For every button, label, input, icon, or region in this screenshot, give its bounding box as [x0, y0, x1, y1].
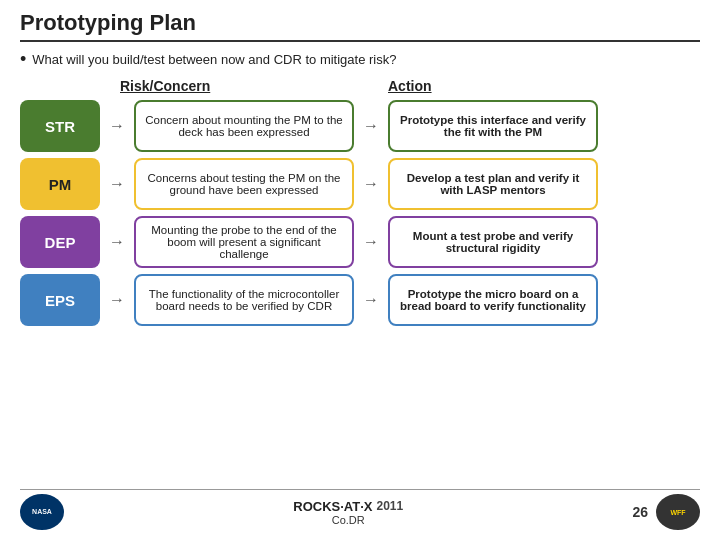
footer-subtitle: Co.DR — [293, 514, 403, 526]
rows-container: STR → Concern about mounting the PM to t… — [20, 100, 700, 481]
footer-right: 26 WFF — [632, 494, 700, 530]
col-header-risk: Risk/Concern — [120, 78, 350, 94]
bullet-dot: • — [20, 50, 26, 68]
action-str: Prototype this interface and verify the … — [388, 100, 598, 152]
bullet-text: What will you build/test between now and… — [32, 52, 396, 67]
arrow2-str: → — [362, 117, 380, 135]
col-header-action: Action — [388, 78, 608, 94]
label-pm: PM — [20, 158, 100, 210]
action-pm: Develop a test plan and verify it with L… — [388, 158, 598, 210]
risk-dep: Mounting the probe to the end of the boo… — [134, 216, 354, 268]
headers-row: Risk/Concern Action — [20, 78, 700, 94]
arrow2-dep: → — [362, 233, 380, 251]
row-eps: EPS → The functionality of the microcont… — [20, 274, 700, 326]
label-dep: DEP — [20, 216, 100, 268]
brand-row: ROCKS·AT·X 2011 — [293, 499, 403, 514]
title-divider — [20, 40, 700, 42]
risk-str: Concern about mounting the PM to the dec… — [134, 100, 354, 152]
bullet-row: • What will you build/test between now a… — [20, 50, 700, 68]
footer-center: ROCKS·AT·X 2011 Co.DR — [293, 499, 403, 526]
arrow-eps: → — [108, 291, 126, 309]
label-str: STR — [20, 100, 100, 152]
page-number: 26 — [632, 504, 648, 520]
page-container: Prototyping Plan • What will you build/t… — [0, 0, 720, 540]
arrow2-eps: → — [362, 291, 380, 309]
footer-year: 2011 — [376, 499, 403, 513]
row-dep: DEP → Mounting the probe to the end of t… — [20, 216, 700, 268]
action-dep: Mount a test probe and verify structural… — [388, 216, 598, 268]
arrow2-pm: → — [362, 175, 380, 193]
row-str: STR → Concern about mounting the PM to t… — [20, 100, 700, 152]
action-eps: Prototype the micro board on a bread boa… — [388, 274, 598, 326]
risk-eps: The functionality of the microcontoller … — [134, 274, 354, 326]
row-pm: PM → Concerns about testing the PM on th… — [20, 158, 700, 210]
nasa-logo: NASA — [20, 494, 64, 530]
main-content: Risk/Concern Action STR → Concern about … — [20, 78, 700, 481]
arrow-pm: → — [108, 175, 126, 193]
arrow-str: → — [108, 117, 126, 135]
footer: NASA ROCKS·AT·X 2011 Co.DR 26 WFF — [20, 489, 700, 530]
wff-logo: WFF — [656, 494, 700, 530]
label-eps: EPS — [20, 274, 100, 326]
brand-name: ROCKS·AT·X — [293, 499, 372, 514]
arrow-dep: → — [108, 233, 126, 251]
risk-pm: Concerns about testing the PM on the gro… — [134, 158, 354, 210]
page-title: Prototyping Plan — [20, 10, 700, 36]
